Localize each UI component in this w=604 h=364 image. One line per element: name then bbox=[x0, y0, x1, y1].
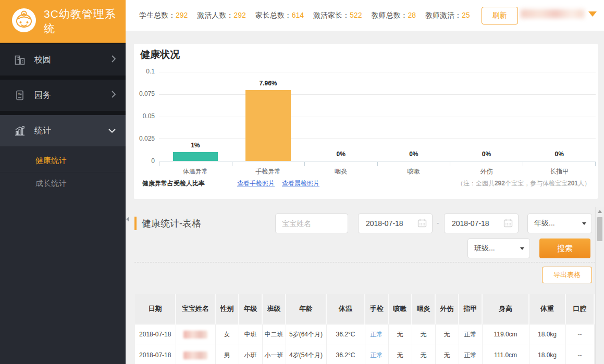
table-row: 2018-07-18 男 小班 小一班 4岁(54个月) 36.2°C 正常 无… bbox=[135, 345, 594, 364]
chevron-right-icon bbox=[111, 55, 116, 65]
user-dropdown-icon[interactable] bbox=[588, 11, 597, 17]
hand-check-status-link[interactable]: 正常 bbox=[365, 345, 388, 364]
col-header-pharyngitis: 咽炎 bbox=[412, 294, 435, 324]
y-tick-label: 0 bbox=[134, 157, 155, 165]
x-axis-categories: 体温异常 手检异常 咽炎 咳嗽 外伤 长指甲 bbox=[159, 167, 596, 176]
bar-chart-icon bbox=[14, 125, 26, 136]
bar-value-label: 7.96% bbox=[232, 80, 305, 87]
col-header-trauma: 外伤 bbox=[435, 294, 459, 324]
date-range-separator: - bbox=[437, 219, 439, 227]
bar-long-nails[interactable]: 0% bbox=[523, 72, 596, 161]
hand-check-status-link[interactable]: 正常 bbox=[365, 324, 388, 345]
bar-pharyngitis[interactable]: 0% bbox=[304, 72, 377, 161]
date-to-picker[interactable]: 2018-07-18 bbox=[444, 214, 519, 233]
x-category-label: 体温异常 bbox=[159, 167, 232, 176]
x-category-label: 手检异常 bbox=[232, 167, 305, 176]
sidebar-item-label: 园务 bbox=[34, 90, 51, 101]
select-arrow-icon bbox=[520, 247, 524, 250]
x-category-label: 咽炎 bbox=[304, 167, 377, 176]
stat-parents-total: 家长总数：614 bbox=[255, 11, 304, 20]
accent-bar bbox=[134, 217, 137, 230]
sidebar-item-label: 校园 bbox=[34, 55, 51, 66]
export-table-button[interactable]: 导出表格 bbox=[542, 267, 592, 283]
x-category-label: 咳嗽 bbox=[377, 167, 450, 176]
table-row: 2018-07-18 女 中班 中二班 5岁(64个月) 36.2°C 正常 无… bbox=[135, 324, 594, 345]
stat-students-total: 学生总数：292 bbox=[139, 11, 188, 20]
health-statistics-table: 日期 宝宝姓名 性别 年级 班级 年龄 体温 手检 咳嗽 咽炎 外伤 指甲 身高… bbox=[135, 294, 595, 364]
bar-value-label: 0% bbox=[523, 150, 596, 158]
col-header-class: 班级 bbox=[262, 294, 286, 324]
col-header-grade: 年级 bbox=[239, 294, 262, 324]
vertical-scrollbar[interactable] bbox=[595, 207, 604, 364]
sidebar-item-statistics[interactable]: 统计 bbox=[0, 115, 126, 146]
brand-logo: 3C幼教管理系统 bbox=[0, 0, 126, 43]
statistics-submenu: 健康统计 成长统计 bbox=[0, 146, 126, 195]
redacted-baby-name bbox=[183, 352, 207, 359]
scrollbar-thumb[interactable] bbox=[597, 217, 602, 241]
sidebar-collapse-arrow-icon[interactable] bbox=[126, 217, 129, 222]
bar-value-label: 0% bbox=[377, 150, 450, 158]
col-header-hand-check: 手检 bbox=[365, 294, 388, 324]
refresh-button[interactable]: 刷新 bbox=[482, 7, 518, 24]
stat-activated-teachers: 教师激活：25 bbox=[425, 11, 470, 20]
search-button[interactable]: 搜索 bbox=[539, 239, 590, 258]
y-tick-label: 0.05 bbox=[134, 112, 155, 120]
buildings-icon bbox=[14, 54, 26, 66]
sidebar: 校园 APP 园务 bbox=[0, 43, 126, 364]
chart-note: （注：全园共292个宝宝，参与体检宝宝201人） bbox=[457, 179, 590, 188]
robot-mascot-icon bbox=[11, 8, 36, 35]
col-header-height: 身高 bbox=[482, 294, 529, 324]
calendar-icon bbox=[417, 218, 427, 229]
view-morning-check-photos-link[interactable]: 查看晨检照片 bbox=[282, 179, 319, 188]
bar-value-label: 0% bbox=[450, 150, 523, 158]
sidebar-item-label: 统计 bbox=[34, 125, 51, 136]
table-header-row: 日期 宝宝姓名 性别 年级 班级 年龄 体温 手检 咳嗽 咽炎 外伤 指甲 身高… bbox=[135, 294, 594, 324]
col-header-cough: 咳嗽 bbox=[388, 294, 412, 324]
bar-trauma[interactable]: 0% bbox=[450, 72, 523, 161]
calendar-icon bbox=[503, 218, 513, 229]
class-select[interactable]: 班级... bbox=[467, 239, 530, 258]
bar-value-label: 0% bbox=[304, 150, 377, 158]
bar-hand-check-abnormal[interactable]: 7.96% bbox=[232, 72, 305, 161]
table-section-title: 健康统计-表格 bbox=[134, 214, 201, 233]
chart-title: 健康状况 bbox=[140, 48, 180, 61]
col-header-nails: 指甲 bbox=[459, 294, 482, 324]
app-title: 3C幼教管理系统 bbox=[44, 7, 126, 36]
health-status-card: 健康状况 0.1 0.075 0.05 0.025 0 1% 7.96% bbox=[134, 44, 598, 199]
sidebar-subitem-growth-statistics[interactable]: 成长统计 bbox=[0, 172, 126, 195]
sidebar-item-campus[interactable]: 校园 bbox=[0, 44, 126, 76]
chart-footer: 健康异常占受检人比率 查看手检照片 查看晨检照片 （注：全园共292个宝宝，参与… bbox=[134, 179, 598, 192]
x-category-label: 长指甲 bbox=[523, 167, 596, 176]
view-hand-check-photos-link[interactable]: 查看手检照片 bbox=[237, 179, 275, 188]
x-category-label: 外伤 bbox=[450, 167, 523, 176]
col-header-mouth: 口腔 bbox=[565, 294, 594, 324]
scroll-up-arrow-icon[interactable] bbox=[598, 210, 602, 213]
user-menu[interactable] bbox=[521, 9, 597, 18]
x-axis-ticks bbox=[159, 162, 596, 166]
svg-text:APP: APP bbox=[18, 93, 22, 95]
col-header-baby-name: 宝宝姓名 bbox=[176, 294, 215, 324]
stat-activated-parents: 激活家长：522 bbox=[313, 11, 362, 20]
date-from-picker[interactable]: 2018-07-18 bbox=[358, 214, 433, 233]
bar-temperature-abnormal[interactable]: 1% bbox=[159, 72, 232, 161]
bar-plot: 1% 7.96% 0% 0% 0% 0% bbox=[159, 72, 596, 161]
bar-value-label: 1% bbox=[159, 142, 232, 149]
grade-select[interactable]: 年级... bbox=[527, 214, 592, 233]
chevron-down-icon bbox=[108, 126, 116, 135]
sidebar-subitem-health-statistics[interactable]: 健康统计 bbox=[0, 149, 126, 172]
user-name-redacted bbox=[521, 9, 584, 18]
bar-cough[interactable]: 0% bbox=[377, 72, 450, 161]
stat-teachers-total: 教师总数：28 bbox=[371, 11, 416, 20]
chevron-right-icon bbox=[111, 90, 116, 101]
col-header-gender: 性别 bbox=[215, 294, 239, 324]
chart-caption: 健康异常占受检人比率 bbox=[142, 179, 205, 188]
app-window: 3C幼教管理系统 校园 bbox=[0, 0, 604, 364]
col-header-age: 年龄 bbox=[286, 294, 326, 324]
col-header-weight: 体重 bbox=[529, 294, 565, 324]
col-header-date: 日期 bbox=[135, 294, 176, 324]
redacted-baby-name bbox=[183, 331, 207, 338]
sidebar-item-garden-affairs[interactable]: APP 园务 bbox=[0, 80, 126, 111]
y-tick-label: 0.025 bbox=[134, 135, 155, 142]
baby-name-input[interactable] bbox=[275, 214, 348, 233]
y-tick-label: 0.1 bbox=[134, 68, 155, 75]
